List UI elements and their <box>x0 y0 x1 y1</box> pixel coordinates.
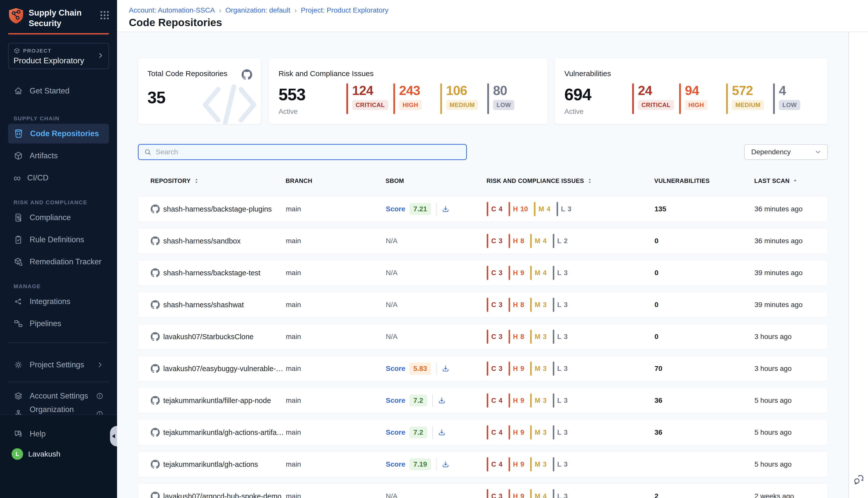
severity-count: 243 <box>399 83 420 97</box>
table-row[interactable]: tejakummarikuntla/gh-actions-artifacts m… <box>138 420 828 445</box>
dependency-filter-dropdown[interactable]: Dependency <box>744 144 828 160</box>
download-sbom-icon[interactable] <box>442 460 450 468</box>
sbom-na: N/A <box>386 492 398 498</box>
download-sbom-icon[interactable] <box>442 205 450 213</box>
medium-chip: M3 <box>530 298 547 312</box>
download-sbom-icon[interactable] <box>438 396 446 405</box>
severity-bar <box>632 83 634 114</box>
critical-chip: C4 <box>487 202 503 216</box>
high-chip: H9 <box>509 489 524 498</box>
table-row[interactable]: lavakush07/StarbucksClone main N/A C3 H8… <box>138 324 828 350</box>
sidebar-divider <box>8 382 109 382</box>
sort-ascending-icon[interactable] <box>792 178 798 184</box>
sidebar-collapse-handle[interactable] <box>110 426 117 446</box>
app-switcher-icon[interactable] <box>101 11 109 19</box>
table-row[interactable]: lavakush07/easybuggy-vulnerable-app... m… <box>138 356 828 381</box>
sort-icon[interactable] <box>586 178 593 184</box>
integrations-icon <box>14 297 23 306</box>
severity-count: 106 <box>446 83 467 97</box>
sidebar-item-help[interactable]: Help <box>8 424 109 444</box>
sidebar-item-rule-definitions[interactable]: Rule Definitions <box>8 230 109 249</box>
table-row[interactable]: lavakush07/argocd-hub-spoke-demo main N/… <box>138 483 828 498</box>
summary-cards: Total Code Repositories 35 Risk and Comp… <box>138 58 828 124</box>
severity-low: 80 LOW <box>487 83 520 114</box>
column-header-last-scan[interactable]: LAST SCAN <box>754 178 828 184</box>
branch-value: main <box>286 205 386 213</box>
repository-name[interactable]: lavakush07/argocd-hub-spoke-demo <box>163 492 282 498</box>
medium-chip: M3 <box>530 393 547 408</box>
infinity-icon: ∞ <box>14 174 21 182</box>
divider <box>436 202 437 215</box>
medium-chip: M4 <box>534 202 550 216</box>
vulnerabilities-count: 36 <box>655 429 755 436</box>
sidebar-item-label: Project Settings <box>30 360 84 369</box>
sidebar-item-get-started[interactable]: Get Started <box>8 81 109 101</box>
severity-count: 572 <box>732 83 753 97</box>
severity-breakdown: 124 CRITICAL 243 HIGH <box>346 83 520 114</box>
sidebar-item-integrations[interactable]: Integrations <box>8 292 109 311</box>
sidebar-item-remediation-tracker[interactable]: Remediation Tracker <box>8 252 109 272</box>
repository-name[interactable]: tejakummarikuntla/filler-app-node <box>163 396 271 405</box>
user-menu[interactable]: L Lavakush <box>12 448 109 460</box>
branch-value: main <box>286 492 386 498</box>
sidebar-item-account-settings[interactable]: Account Settings <box>8 388 109 404</box>
repository-name[interactable]: lavakush07/easybuggy-vulnerable-app... <box>163 365 286 373</box>
project-selector[interactable]: PROJECT Product Exploratory <box>8 43 109 69</box>
sbom-na: N/A <box>386 237 398 245</box>
table-row[interactable]: shash-harness/backstage-test main N/A C3… <box>138 260 828 286</box>
table-row[interactable]: shash-harness/sandbox main N/A C3 H8 M4 … <box>138 228 828 254</box>
sidebar-item-label: Remediation Tracker <box>30 257 102 266</box>
table-header: REPOSITORY BRANCH SBOM RISK AND COMPLIAN… <box>138 175 828 187</box>
last-scan-value: 39 minutes ago <box>755 269 828 277</box>
repository-name[interactable]: shash-harness/backstage-plugins <box>163 205 272 213</box>
help-chat-icon <box>14 429 23 439</box>
github-icon <box>151 205 160 213</box>
critical-chip: C3 <box>487 330 503 344</box>
repository-name[interactable]: tejakummarikuntla/gh-actions-artifacts <box>163 429 286 437</box>
sbom-score-label: Score <box>386 205 405 213</box>
breadcrumb-organization-link[interactable]: Organization: default <box>225 6 290 14</box>
high-chip: H10 <box>509 202 528 216</box>
chevron-right-icon <box>96 361 104 368</box>
table-row[interactable]: tejakummarikuntla/gh-actions main Score … <box>138 451 828 477</box>
sidebar-item-code-repositories[interactable]: Code Repositories <box>8 124 109 143</box>
column-header-issues[interactable]: RISK AND COMPLIANCE ISSUES <box>486 178 654 184</box>
sidebar-item-compliance[interactable]: Compliance <box>8 208 109 227</box>
severity-count: 4 <box>779 83 786 97</box>
medium-chip: M4 <box>530 489 547 498</box>
repository-name[interactable]: tejakummarikuntla/gh-actions <box>163 460 258 469</box>
sidebar-item-artifacts[interactable]: Artifacts <box>8 146 109 166</box>
breadcrumb-account-link[interactable]: Account: Automation-SSCA <box>129 6 215 14</box>
column-header-repository[interactable]: REPOSITORY <box>150 178 285 184</box>
search-input[interactable] <box>156 148 461 156</box>
vulnerabilities-count: 0 <box>655 301 755 309</box>
table-row[interactable]: shash-harness/backstage-plugins main Sco… <box>138 196 828 222</box>
repository-name[interactable]: shash-harness/sandbox <box>163 237 241 245</box>
column-header-branch: BRANCH <box>285 178 386 184</box>
download-sbom-icon[interactable] <box>438 429 446 436</box>
sidebar-item-pipelines[interactable]: Pipelines <box>8 314 109 333</box>
sidebar-item-project-settings[interactable]: Project Settings <box>8 355 109 375</box>
sort-icon[interactable] <box>193 178 200 184</box>
severity-badge: LOW <box>779 100 800 110</box>
column-header-sbom: SBOM <box>386 178 486 184</box>
table-row[interactable]: shash-harness/shashwat main N/A C3 H8 M3… <box>138 292 828 318</box>
search-box[interactable] <box>138 144 467 160</box>
high-chip: H8 <box>509 234 524 248</box>
low-chip: L2 <box>553 234 568 248</box>
download-sbom-icon[interactable] <box>442 365 450 372</box>
severity-badge: CRITICAL <box>638 100 674 110</box>
breadcrumb-project-link[interactable]: Project: Product Exploratory <box>301 6 389 14</box>
repository-name[interactable]: shash-harness/shashwat <box>163 301 244 309</box>
table-row[interactable]: tejakummarikuntla/filler-app-node main S… <box>138 388 828 413</box>
divider <box>436 458 437 471</box>
issues-cell: C3 H9 M4 L3 <box>487 266 655 280</box>
sidebar-item-label: Code Repositories <box>30 129 99 138</box>
repository-name[interactable]: shash-harness/backstage-test <box>163 269 261 277</box>
severity-bar <box>393 83 395 114</box>
card-title: Risk and Compliance Issues <box>279 69 548 78</box>
support-chat-icon[interactable] <box>852 473 865 487</box>
home-icon <box>14 86 23 96</box>
repository-name[interactable]: lavakush07/StarbucksClone <box>163 333 253 341</box>
sidebar-item-cicd[interactable]: ∞ CI/CD <box>8 168 109 188</box>
